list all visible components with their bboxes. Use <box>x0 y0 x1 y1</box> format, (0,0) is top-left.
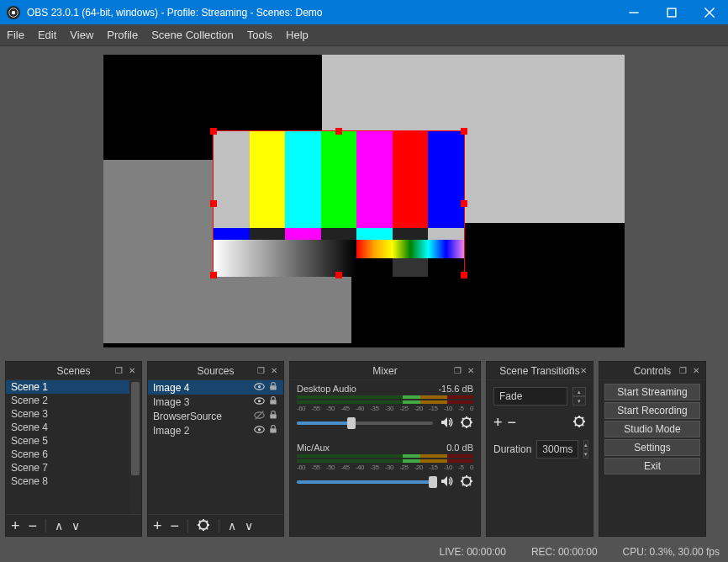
scene-list[interactable]: Scene 1Scene 2Scene 3Scene 4Scene 5Scene… <box>6 380 141 514</box>
lock-icon[interactable] <box>268 424 278 437</box>
source-item[interactable]: Image 4 <box>148 380 283 395</box>
duration-input[interactable]: 300ms <box>536 440 578 459</box>
start-streaming-button[interactable]: Start Streaming <box>604 384 700 400</box>
scene-item[interactable]: Scene 4 <box>6 421 141 434</box>
duration-label: Duration <box>493 443 531 455</box>
remove-source-button[interactable]: − <box>171 518 180 533</box>
resize-handle[interactable] <box>210 200 217 207</box>
transition-type-dropdown[interactable]: Fade <box>493 387 567 406</box>
lock-icon[interactable] <box>268 395 278 408</box>
resize-handle[interactable] <box>210 128 217 135</box>
speaker-icon[interactable] <box>440 475 453 490</box>
gear-icon[interactable] <box>460 475 473 490</box>
menu-file[interactable]: File <box>7 29 24 41</box>
move-up-button[interactable]: ∧ <box>228 520 236 532</box>
source-item[interactable]: Image 2 <box>148 423 283 437</box>
channel-level: -15.6 dB <box>438 384 473 394</box>
menu-edit[interactable]: Edit <box>38 29 56 41</box>
resize-handle[interactable] <box>210 272 217 278</box>
scenes-title: Scenes <box>56 365 90 377</box>
add-source-button[interactable]: + <box>153 518 162 533</box>
close-panel-icon[interactable]: ✕ <box>465 365 477 377</box>
source-item[interactable]: BrowserSource <box>148 409 283 423</box>
meter-scale: -60-55-50-45-40-35-30-25-20-15-10-50 <box>297 464 473 471</box>
statusbar: LIVE: 00:00:00 REC: 00:00:00 CPU: 0.3%, … <box>0 542 728 562</box>
volume-slider[interactable] <box>297 422 433 425</box>
duration-spinner[interactable]: ▴▾ <box>583 440 588 459</box>
source-item-label: BrowserSource <box>153 411 222 422</box>
menu-scene-collection[interactable]: Scene Collection <box>151 29 234 41</box>
menu-tools[interactable]: Tools <box>247 29 272 41</box>
scrollbar[interactable] <box>129 380 141 514</box>
lock-icon[interactable] <box>268 381 278 394</box>
close-panel-icon[interactable]: ✕ <box>578 365 589 377</box>
slider-thumb[interactable] <box>347 417 356 429</box>
popout-icon[interactable]: ❐ <box>113 365 124 377</box>
scene-item[interactable]: Scene 6 <box>6 448 141 461</box>
scenes-header: Scenes ❐ ✕ <box>6 362 141 380</box>
volume-slider[interactable] <box>297 480 433 484</box>
menu-help[interactable]: Help <box>286 29 309 41</box>
close-panel-icon[interactable]: ✕ <box>268 365 280 377</box>
selected-source-overlay[interactable] <box>213 130 465 276</box>
source-item[interactable]: Image 3 <box>148 395 283 409</box>
move-down-button[interactable]: ∨ <box>245 520 253 532</box>
gear-icon[interactable] <box>460 416 473 431</box>
speaker-icon[interactable] <box>440 416 453 431</box>
maximize-button[interactable] <box>652 0 690 24</box>
source-item-label: Image 3 <box>153 396 189 408</box>
svg-point-51 <box>578 421 581 423</box>
scene-item[interactable]: Scene 1 <box>6 380 141 394</box>
scene-item[interactable]: Scene 8 <box>6 475 141 488</box>
transitions-panel: Scene Transitions ❐ ✕ Fade ▴▾ + <box>486 361 593 537</box>
audio-meter <box>297 400 473 404</box>
scene-item[interactable]: Scene 2 <box>6 394 141 407</box>
close-panel-icon[interactable]: ✕ <box>126 365 138 377</box>
remove-transition-button[interactable]: − <box>508 414 517 432</box>
audio-meter <box>297 459 473 463</box>
menu-profile[interactable]: Profile <box>107 29 138 41</box>
slider-thumb[interactable] <box>429 476 437 488</box>
scene-item[interactable]: Scene 3 <box>6 407 141 421</box>
studio-mode-button[interactable]: Studio Mode <box>604 421 700 437</box>
add-transition-button[interactable]: + <box>493 414 503 432</box>
popout-icon[interactable]: ❐ <box>255 365 266 377</box>
svg-line-58 <box>575 425 577 427</box>
svg-point-41 <box>466 480 468 483</box>
source-properties-button[interactable] <box>197 518 210 533</box>
start-recording-button[interactable]: Start Recording <box>604 402 700 419</box>
move-up-button[interactable]: ∧ <box>55 520 63 532</box>
eye-icon[interactable] <box>254 395 265 408</box>
remove-scene-button[interactable]: − <box>29 518 38 533</box>
menu-view[interactable]: View <box>70 29 93 41</box>
eye-icon[interactable] <box>254 381 265 394</box>
popout-icon[interactable]: ❐ <box>451 365 463 377</box>
channel-level: 0.0 dB <box>446 443 473 453</box>
popout-icon[interactable]: ❐ <box>677 365 688 377</box>
move-down-button[interactable]: ∨ <box>71 520 80 532</box>
exit-button[interactable]: Exit <box>604 458 700 475</box>
eye-off-icon[interactable] <box>254 410 265 422</box>
transitions-body: Fade ▴▾ + − Duration <box>487 380 593 465</box>
eye-icon[interactable] <box>254 424 265 437</box>
transition-spinner[interactable]: ▴▾ <box>572 387 586 406</box>
lock-icon[interactable] <box>268 410 278 422</box>
close-panel-icon[interactable]: ✕ <box>690 365 702 377</box>
resize-handle[interactable] <box>335 272 342 278</box>
resize-handle[interactable] <box>335 128 342 135</box>
scrollbar-thumb[interactable] <box>131 382 140 475</box>
add-scene-button[interactable]: + <box>11 518 20 533</box>
transition-settings-button[interactable] <box>572 415 586 431</box>
preview-canvas[interactable] <box>103 55 625 347</box>
resize-handle[interactable] <box>461 128 467 135</box>
source-list[interactable]: Image 4Image 3BrowserSourceImage 2 <box>148 380 283 514</box>
preview-area <box>0 46 728 356</box>
scene-item[interactable]: Scene 5 <box>6 434 141 448</box>
settings-button[interactable]: Settings <box>604 439 700 456</box>
close-button[interactable] <box>690 0 728 24</box>
minimize-button[interactable] <box>615 0 652 24</box>
scene-item[interactable]: Scene 7 <box>6 461 141 475</box>
popout-icon[interactable]: ❐ <box>564 365 576 377</box>
resize-handle[interactable] <box>461 200 467 207</box>
resize-handle[interactable] <box>461 272 467 278</box>
